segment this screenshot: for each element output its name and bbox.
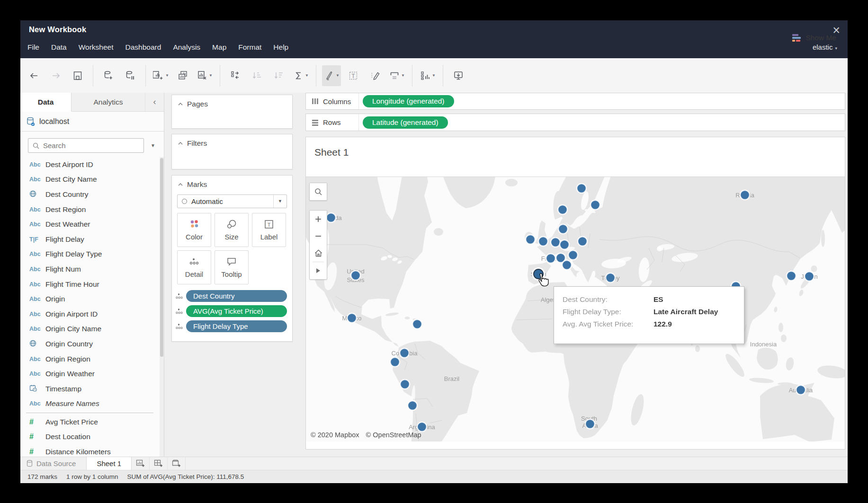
color-button[interactable]: Color (177, 213, 211, 247)
field-origin-country[interactable]: Origin Country (20, 336, 159, 352)
field-origin-region[interactable]: AbcOrigin Region (20, 352, 159, 367)
field-origin-city-name[interactable]: AbcOrigin City Name (20, 322, 159, 337)
connection-item[interactable]: localhost (20, 112, 164, 132)
map-mark[interactable] (546, 254, 555, 263)
zoom-out-button[interactable]: − (310, 228, 327, 245)
filters-card[interactable]: Filters (171, 134, 293, 169)
field-dest-city-name[interactable]: AbcDest City Name (20, 172, 159, 187)
map-mark[interactable] (551, 238, 560, 247)
field-avg-ticket-price[interactable]: #Avg Ticket Price (20, 415, 159, 430)
undo-button[interactable] (25, 65, 44, 86)
menu-file[interactable]: File (27, 40, 39, 54)
tab-analytics[interactable]: Analytics (72, 93, 145, 111)
columns-pill[interactable]: Longitude (generated) (363, 95, 454, 107)
mapbox-attribution[interactable]: © 2020 Mapbox (311, 431, 359, 439)
map-mark[interactable] (560, 240, 569, 249)
map-mark[interactable] (585, 419, 595, 429)
field-dest-airport-id[interactable]: AbcDest Airport ID (20, 157, 159, 172)
zoom-home-button[interactable] (310, 245, 327, 262)
menu-help[interactable]: Help (273, 40, 288, 54)
map-mark[interactable] (577, 184, 586, 193)
menu-map[interactable]: Map (212, 40, 226, 54)
new-dashboard-tab-button[interactable] (150, 457, 168, 470)
map-mark[interactable] (326, 213, 336, 222)
presentation-button[interactable]: ▼ (418, 65, 437, 86)
map-mark[interactable] (408, 401, 417, 410)
new-datasource-button[interactable] (99, 65, 118, 86)
map-mark[interactable] (805, 272, 814, 281)
field-flight-delay[interactable]: T|FFlight Delay (20, 232, 159, 247)
save-button[interactable] (68, 65, 87, 86)
field-timestamp[interactable]: Timestamp (20, 381, 159, 397)
field-origin-weather[interactable]: AbcOrigin Weather (20, 366, 159, 381)
data-source-tab[interactable]: Data Source (20, 457, 86, 470)
size-button[interactable]: Size (215, 213, 249, 247)
tooltip-button[interactable]: Tooltip (215, 250, 249, 284)
tab-data[interactable]: Data (20, 93, 72, 112)
menu-dashboard[interactable]: Dashboard (125, 40, 161, 54)
field-pill[interactable]: Dest Country (186, 290, 287, 302)
map-mark[interactable] (606, 273, 615, 282)
field-flight-delay-type[interactable]: AbcFlight Delay Type (20, 247, 159, 262)
map-mark[interactable] (390, 357, 400, 367)
pan-tools-button[interactable] (310, 262, 327, 279)
download-button[interactable] (449, 65, 468, 86)
collapse-pane-icon[interactable]: ‹ (145, 93, 164, 111)
menu-worksheet[interactable]: Worksheet (79, 40, 114, 54)
fix-axes-button[interactable]: ▼ (387, 65, 406, 86)
mark-type-dropdown[interactable]: Automatic ▼ (177, 194, 287, 208)
search-input[interactable] (28, 138, 144, 153)
scrollbar[interactable] (160, 157, 164, 457)
map-mark[interactable] (568, 250, 578, 260)
zoom-in-button[interactable]: + (310, 211, 327, 228)
menu-data[interactable]: Data (51, 40, 67, 54)
search-options-icon[interactable]: ▼ (151, 143, 155, 148)
new-worksheet-button[interactable]: ▼ (152, 65, 170, 86)
pause-updates-button[interactable] (121, 65, 140, 86)
map-mark[interactable] (558, 224, 568, 234)
search-field[interactable] (43, 141, 133, 150)
scrollbar-thumb[interactable] (160, 158, 163, 357)
map-mark[interactable] (417, 422, 427, 432)
field-origin-airport-id[interactable]: AbcOrigin Airport ID (20, 307, 159, 322)
rows-pill[interactable]: Latitude (generated) (363, 116, 448, 129)
sheet-tab-active[interactable]: Sheet 1 (86, 457, 132, 470)
field-dest-country[interactable]: Dest Country (20, 187, 159, 202)
columns-shelf[interactable]: Columns Longitude (generated) (305, 93, 845, 110)
map-mark[interactable] (578, 237, 587, 246)
new-story-tab-button[interactable] (168, 457, 186, 470)
show-me-button[interactable]: Show Me (787, 20, 841, 55)
field-flight-time-hour[interactable]: AbcFlight Time Hour (20, 277, 159, 292)
map-view[interactable]: CanadaUnitedStatesMexicoColombiaBrazilAr… (306, 176, 845, 441)
map-mark[interactable] (526, 235, 535, 244)
field-flight-num[interactable]: AbcFlight Num (20, 262, 159, 277)
swap-rows-columns-button[interactable] (226, 65, 245, 86)
detail-button[interactable]: Detail (177, 250, 211, 284)
field-dest-region[interactable]: AbcDest Region (20, 202, 159, 217)
map-mark[interactable] (796, 385, 805, 395)
map-mark[interactable] (347, 313, 357, 323)
field-distance-kilometers[interactable]: #Distance Kilometers (20, 444, 159, 457)
map-mark[interactable] (740, 190, 750, 200)
totals-button[interactable]: ▼ (291, 65, 310, 86)
map-mark[interactable] (400, 379, 410, 389)
map-search-button[interactable] (309, 183, 327, 201)
new-worksheet-tab-button[interactable] (132, 457, 150, 470)
field-dest-weather[interactable]: AbcDest Weather (20, 217, 159, 232)
show-mark-labels-button[interactable]: T (344, 65, 363, 86)
map-mark[interactable] (787, 271, 796, 281)
rows-shelf[interactable]: Rows Latitude (generated) (305, 114, 845, 131)
map-mark[interactable] (538, 237, 548, 246)
pages-card[interactable]: Pages (171, 95, 293, 129)
field-pill[interactable]: AVG(Avg Ticket Price) (186, 305, 287, 317)
format-button[interactable] (366, 65, 385, 86)
clear-sheet-button[interactable]: ▼ (195, 65, 214, 86)
map-mark[interactable] (591, 200, 600, 210)
duplicate-button[interactable] (173, 65, 192, 86)
menu-format[interactable]: Format (238, 40, 261, 54)
osm-attribution[interactable]: © OpenStreetMap (366, 431, 421, 439)
highlight-button[interactable]: ▼ (322, 65, 341, 86)
menu-analysis[interactable]: Analysis (173, 40, 200, 54)
field-measure-names[interactable]: AbcMeasure Names (20, 397, 159, 412)
field-origin[interactable]: AbcOrigin (20, 291, 159, 307)
